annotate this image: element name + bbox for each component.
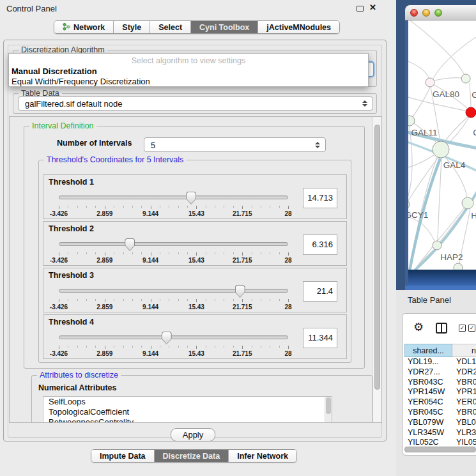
table-rows: YDL19...YDL19YDR27...YDR27YBR043CYBR043C… — [403, 357, 476, 445]
list-item[interactable]: BetweennessCentrality — [43, 417, 332, 423]
tab-select[interactable]: Select — [150, 21, 191, 33]
slider-tick — [288, 206, 289, 209]
tab-label: jActiveMNodules — [266, 23, 331, 32]
table-horizontal-scrollbar[interactable] — [404, 446, 476, 453]
threshold-slider[interactable]: -3.4262.8599.14415.4321.71528 — [59, 238, 288, 264]
network-graph[interactable]: GAL80GACGAL11GAL4HGCY1HAP2 — [408, 20, 476, 270]
tab-cyni-toolbox[interactable]: Cyni Toolbox — [191, 21, 258, 33]
slider-tick — [178, 346, 179, 348]
table-row[interactable]: YDL19...YDL19 — [403, 357, 476, 367]
list-scrollbar[interactable] — [325, 397, 332, 423]
slider-tick — [151, 346, 151, 349]
slider-tick-label: 28 — [284, 257, 291, 264]
float-window-icon[interactable] — [357, 6, 364, 12]
slider-thumb[interactable] — [235, 285, 245, 298]
column-header-shared-name[interactable]: shared... — [404, 344, 452, 357]
zoom-traffic-light-icon[interactable] — [434, 9, 442, 17]
slider-tick — [196, 346, 197, 349]
threshold-row-2: Threshold 2-3.4262.8599.14415.4321.71528… — [43, 221, 347, 266]
slider-tick — [132, 299, 133, 301]
slider-tick — [224, 252, 224, 254]
network-node-h[interactable] — [462, 197, 473, 209]
network-window-titlebar[interactable] — [405, 5, 476, 20]
slider-thumb[interactable] — [162, 332, 172, 344]
window-title: Control Panel — [6, 4, 57, 13]
network-node-hap2[interactable] — [433, 241, 441, 250]
tab-discretize-data[interactable]: Discretize Data — [155, 450, 229, 462]
network-node-c[interactable] — [466, 107, 476, 118]
cell-name: YPR145W — [456, 387, 476, 396]
close-traffic-light-icon[interactable] — [410, 9, 418, 17]
table-row[interactable]: YPR145WYPR145W — [403, 387, 476, 397]
slider-track[interactable] — [59, 196, 288, 199]
slider-tick — [233, 346, 234, 348]
table-row[interactable]: YBR043CYBR043C — [403, 378, 476, 388]
tab-impute-data[interactable]: Impute Data — [91, 450, 155, 462]
minimize-traffic-light-icon[interactable] — [422, 9, 430, 17]
slider-tick — [123, 299, 124, 301]
tab-network[interactable]: Network — [54, 21, 114, 33]
scrollbar-thumb[interactable] — [326, 397, 331, 414]
threshold-value-field[interactable]: 21.4 — [303, 281, 337, 302]
slider-track[interactable] — [59, 335, 288, 339]
slider-track[interactable] — [59, 289, 288, 293]
slider-tick-label: -3.426 — [50, 303, 68, 311]
slider-tick-label: 9.144 — [142, 303, 158, 311]
tab-infer-network[interactable]: Infer Network — [229, 450, 296, 462]
close-icon[interactable]: ✕ — [369, 3, 376, 12]
threshold-slider[interactable]: -3.4262.8599.14415.4321.71528 — [59, 332, 288, 357]
number-of-intervals-combobox[interactable]: 5 — [144, 137, 326, 152]
checkbox-icon[interactable]: ✓ — [459, 325, 466, 332]
tab-label: Infer Network — [237, 452, 288, 461]
gear-icon[interactable]: ⚙ — [413, 321, 424, 333]
table-row[interactable]: YDR27...YDR27 — [403, 367, 476, 378]
network-node-ga[interactable] — [461, 74, 470, 83]
network-node[interactable] — [454, 263, 463, 270]
cell-name: YDL19 — [456, 357, 476, 366]
table-row[interactable]: YBL079WYBL079W — [403, 418, 476, 428]
column-layout-icon[interactable] — [436, 323, 447, 334]
settings-scrollbar[interactable] — [372, 117, 381, 422]
screen: Control Panel ✕ NetworkStyleSelectCyni T… — [0, 0, 476, 476]
slider-tick — [86, 299, 87, 301]
network-canvas[interactable]: GAL80GACGAL11GAL4HGCY1HAP2 — [408, 20, 476, 270]
scrollbar-thumb[interactable] — [404, 447, 476, 452]
apply-button[interactable]: Apply — [171, 428, 215, 441]
list-item[interactable]: SelfLoops — [43, 397, 332, 407]
tab-jactivemnodules[interactable]: jActiveMNodules — [258, 21, 339, 33]
cell-shared-name: YDL19... — [408, 357, 455, 366]
column-header-name[interactable]: name — [452, 344, 476, 357]
dropdown-item-manual-discretization[interactable]: Manual Discretization — [12, 66, 97, 76]
slider-thumb[interactable] — [125, 238, 135, 251]
network-node-gcy1[interactable] — [408, 200, 410, 209]
cell-name: YLR345W — [456, 428, 476, 437]
tab-style[interactable]: Style — [114, 21, 150, 33]
checkbox-icon[interactable]: ✓ — [468, 325, 475, 332]
threshold-value-field[interactable]: 14.713 — [303, 188, 337, 208]
network-node-gal4[interactable] — [433, 141, 449, 158]
table-row[interactable]: YLR345WYLR345W — [403, 428, 476, 438]
threshold-slider[interactable]: -3.4262.8599.14415.4321.71528 — [59, 192, 288, 217]
dropdown-item-equal-width-frequency[interactable]: Equal Width/Frequency Discretization — [12, 77, 150, 86]
table-row[interactable]: YBR045CYBR045C — [403, 408, 476, 418]
slider-tick — [261, 299, 261, 301]
network-node-gal11[interactable] — [408, 116, 415, 126]
threshold-slider[interactable]: -3.4262.8599.14415.4321.71528 — [59, 285, 288, 311]
list-item[interactable]: TopologicalCoefficient — [43, 407, 332, 417]
table-row[interactable]: YER054CYER054C — [403, 397, 476, 408]
numerical-attributes-list[interactable]: SelfLoopsTopologicalCoefficientBetweenne… — [43, 396, 332, 423]
table-data-combobox[interactable]: galFiltered.sif default node — [18, 96, 373, 111]
slider-tick — [252, 252, 252, 254]
slider-tick — [151, 206, 151, 209]
network-edge — [433, 37, 476, 79]
threshold-value-field[interactable]: 6.316 — [303, 234, 337, 255]
table-row[interactable]: YIL052CYIL052C — [403, 438, 476, 445]
slider-tick — [123, 346, 124, 348]
threshold-value-field[interactable]: 11.344 — [303, 328, 337, 348]
slider-thumb[interactable] — [186, 192, 196, 204]
scrollbar-thumb[interactable] — [374, 125, 380, 390]
network-window-shadow — [408, 270, 476, 286]
slider-tick-label: 9.144 — [142, 257, 158, 264]
network-node-gal80[interactable] — [426, 78, 434, 87]
slider-track[interactable] — [59, 242, 288, 246]
